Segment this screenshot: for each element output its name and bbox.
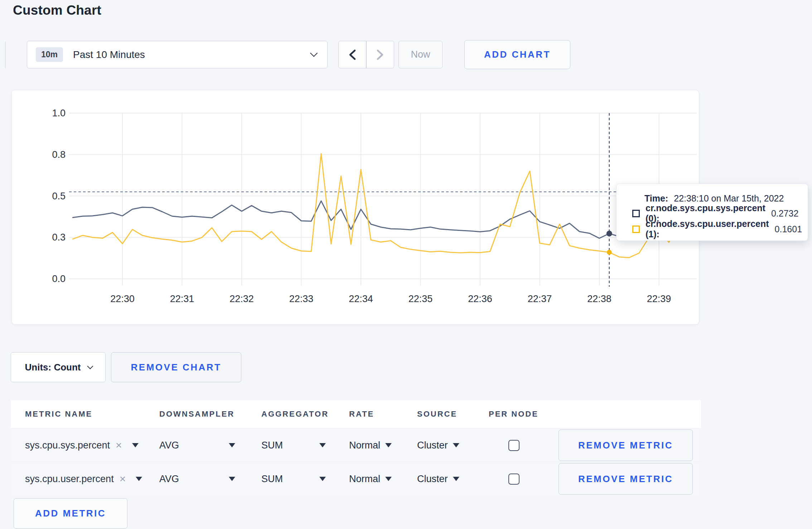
tooltip-time-value: 22:38:10 on Mar 15th, 2022 [674, 193, 784, 204]
chart-tooltip: Time: 22:38:10 on Mar 15th, 2022 cr.node… [616, 184, 808, 241]
chevron-left-icon [348, 49, 357, 61]
time-range-nav [338, 41, 394, 68]
caret-down-icon [229, 477, 235, 481]
per-node-checkbox[interactable] [508, 474, 519, 485]
toolbar-divider [5, 42, 6, 68]
metrics-table: METRIC NAME DOWNSAMPLER AGGREGATOR RATE … [11, 400, 701, 495]
caret-down-icon [229, 443, 235, 447]
rate-dropdown[interactable]: Normal [349, 474, 392, 485]
custom-chart-plot[interactable]: 22:3022:3122:3222:3322:3422:3522:3622:37… [12, 90, 700, 325]
source-dropdown[interactable]: Cluster [417, 440, 459, 451]
svg-text:22:31: 22:31 [170, 293, 194, 304]
column-header-aggregator: AGGREGATOR [261, 409, 349, 419]
downsampler-dropdown[interactable]: AVG [159, 474, 235, 485]
aggregator-dropdown[interactable]: SUM [261, 474, 326, 485]
aggregator-dropdown[interactable]: SUM [261, 440, 326, 451]
svg-text:22:30: 22:30 [110, 293, 135, 304]
chevron-down-icon [310, 49, 318, 57]
caret-down-icon [385, 443, 392, 447]
metric-name-dropdown[interactable]: sys.cpu.sys.percent × [25, 440, 159, 451]
caret-down-icon [453, 443, 459, 447]
add-metric-button[interactable]: ADD METRIC [14, 498, 127, 529]
per-node-checkbox[interactable] [508, 440, 519, 451]
close-icon[interactable]: × [116, 440, 122, 451]
metric-rows: sys.cpu.sys.percent × AVG SUM Normal Clu… [11, 428, 701, 495]
caret-down-icon [385, 477, 392, 481]
timescale-dropdown[interactable]: 10m Past 10 Minutes [27, 41, 328, 68]
metric-name: sys.cpu.user.percent [25, 474, 114, 485]
svg-text:22:34: 22:34 [349, 293, 373, 304]
column-header-per-node: PER NODE [489, 409, 559, 419]
tooltip-entries: cr.node.sys.cpu.sys.percent (0): 0.2732 … [632, 205, 797, 237]
prev-range-button[interactable] [338, 41, 366, 68]
series-swatch-icon [632, 210, 640, 217]
timescale-label: Past 10 Minutes [73, 49, 145, 60]
close-icon[interactable]: × [120, 474, 126, 484]
custom-chart-page: Custom Chart 10m Past 10 Minutes Now ADD… [0, 0, 812, 529]
caret-down-icon [319, 443, 326, 447]
page-title: Custom Chart [13, 3, 101, 18]
metric-name-dropdown[interactable]: sys.cpu.user.percent × [25, 474, 159, 485]
svg-text:0.8: 0.8 [52, 149, 66, 160]
timescale-badge: 10m [36, 47, 63, 62]
source-dropdown[interactable]: Cluster [417, 474, 459, 485]
metric-row: sys.cpu.sys.percent × AVG SUM Normal Clu… [11, 428, 701, 462]
caret-down-icon [132, 443, 139, 447]
svg-text:22:32: 22:32 [229, 293, 254, 304]
tooltip-series-row: cr.node.sys.cpu.user.percent (1): 0.1601 [632, 221, 797, 237]
column-header-source: SOURCE [417, 409, 489, 419]
table-header-row: METRIC NAME DOWNSAMPLER AGGREGATOR RATE … [11, 400, 701, 428]
now-button[interactable]: Now [398, 41, 443, 68]
units-dropdown[interactable]: Units: Count [11, 352, 106, 382]
column-header-downsampler: DOWNSAMPLER [159, 409, 261, 419]
metric-name: sys.cpu.sys.percent [25, 440, 110, 451]
chevron-right-icon [376, 49, 385, 61]
svg-text:22:33: 22:33 [289, 293, 314, 304]
svg-text:0.0: 0.0 [52, 273, 66, 284]
chart-card: 22:3022:3122:3222:3322:3422:3522:3622:37… [11, 90, 699, 325]
remove-metric-button[interactable]: REMOVE METRIC [559, 463, 693, 495]
svg-text:22:35: 22:35 [409, 293, 433, 304]
add-chart-button[interactable]: ADD CHART [464, 40, 570, 69]
column-header-metric-name: METRIC NAME [25, 409, 159, 419]
remove-metric-button[interactable]: REMOVE METRIC [559, 429, 693, 461]
remove-chart-button[interactable]: REMOVE CHART [111, 352, 241, 382]
caret-down-icon [453, 477, 459, 481]
metric-row: sys.cpu.user.percent × AVG SUM Normal Cl… [11, 462, 701, 495]
svg-text:22:37: 22:37 [528, 293, 552, 304]
units-label: Units: Count [25, 362, 81, 373]
column-header-rate: RATE [349, 409, 417, 419]
chevron-down-icon [87, 363, 93, 369]
tooltip-time-label: Time: [644, 193, 668, 204]
svg-text:22:36: 22:36 [468, 293, 492, 304]
tooltip-series-value: 0.2732 [771, 208, 798, 219]
svg-text:22:39: 22:39 [647, 293, 671, 304]
tooltip-series-label: cr.node.sys.cpu.user.percent (1): [646, 219, 769, 239]
caret-down-icon [136, 477, 142, 481]
rate-dropdown[interactable]: Normal [349, 440, 392, 451]
svg-text:0.5: 0.5 [52, 191, 66, 202]
caret-down-icon [319, 477, 326, 481]
downsampler-dropdown[interactable]: AVG [159, 440, 235, 451]
svg-text:22:38: 22:38 [587, 293, 612, 304]
series-swatch-icon [632, 225, 640, 233]
svg-text:0.3: 0.3 [52, 232, 66, 243]
tooltip-series-value: 0.1601 [775, 224, 802, 234]
svg-text:1.0: 1.0 [52, 108, 66, 118]
next-range-button[interactable] [366, 41, 394, 68]
